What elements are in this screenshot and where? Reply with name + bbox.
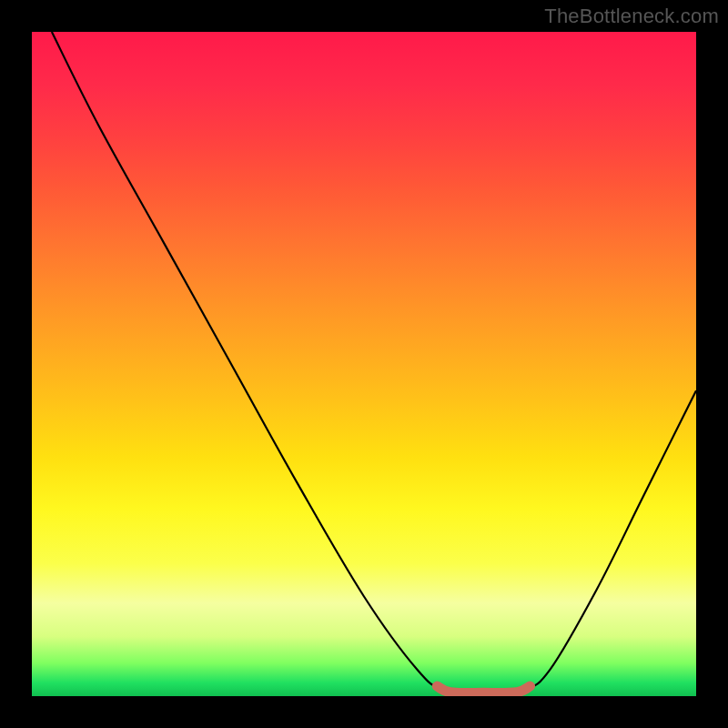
bottleneck-curve-line [52,32,696,693]
chart-plot-area [32,32,696,696]
bottom-marker-line [437,686,530,693]
chart-curve [32,32,696,696]
watermark-text: TheBottleneck.com [544,5,719,28]
